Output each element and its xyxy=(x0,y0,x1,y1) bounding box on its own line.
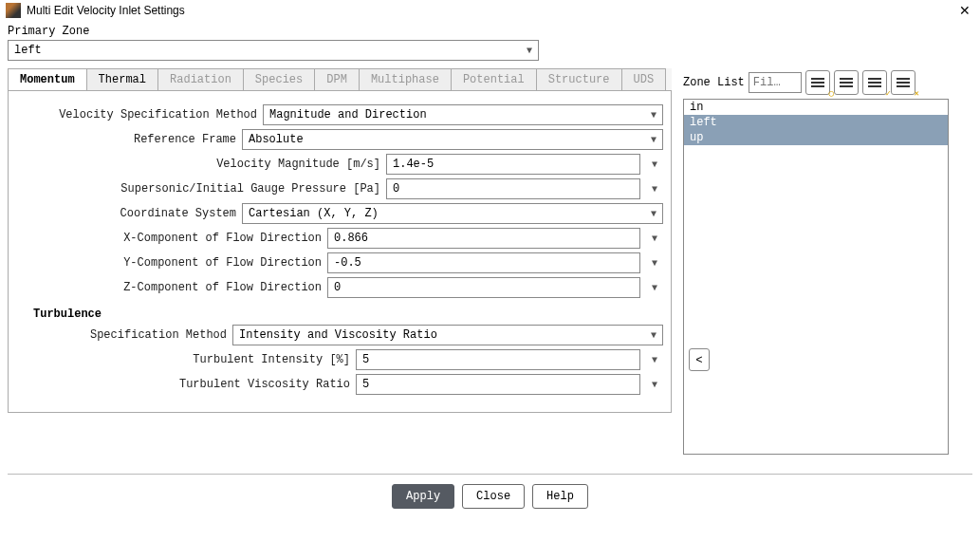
velocity-magnitude-label: Velocity Magnitude [m/s] xyxy=(16,158,386,171)
zone-item[interactable]: left xyxy=(684,115,948,130)
primary-zone-value: left xyxy=(14,44,42,57)
zone-list[interactable]: inleftup xyxy=(683,99,949,455)
tab-structure[interactable]: Structure xyxy=(536,68,622,90)
zone-filter-toggle-button[interactable] xyxy=(805,70,830,95)
reference-frame-label: Reference Frame xyxy=(16,133,242,146)
tabbar: MomentumThermalRadiationSpeciesDPMMultip… xyxy=(8,68,672,91)
velocity-spec-method-select[interactable]: Magnitude and Direction ▼ xyxy=(263,104,663,125)
left-pane: MomentumThermalRadiationSpeciesDPMMultip… xyxy=(8,68,672,455)
zone-list-label: Zone List xyxy=(683,76,745,89)
zone-filter-input[interactable] xyxy=(749,72,802,93)
turb-viscosity-label: Turbulent Viscosity Ratio xyxy=(16,378,356,391)
turb-viscosity-input[interactable] xyxy=(356,374,640,395)
apply-button[interactable]: Apply xyxy=(392,484,454,509)
list-icon xyxy=(811,78,824,87)
tab-radiation[interactable]: Radiation xyxy=(157,68,244,90)
velocity-magnitude-input[interactable] xyxy=(386,154,640,175)
y-component-options[interactable]: ▼ xyxy=(646,254,663,271)
list-icon xyxy=(897,78,910,87)
turb-intensity-input[interactable] xyxy=(356,349,640,370)
tab-thermal[interactable]: Thermal xyxy=(86,68,158,90)
chevron-down-icon: ▼ xyxy=(651,135,656,145)
app-icon xyxy=(6,3,21,18)
y-component-input[interactable] xyxy=(327,252,640,273)
coord-system-select[interactable]: Cartesian (X, Y, Z) ▼ xyxy=(242,203,663,224)
collapse-right-button[interactable]: < xyxy=(689,348,710,371)
velocity-spec-method-label: Velocity Specification Method xyxy=(16,108,263,121)
zone-select-matching-button[interactable] xyxy=(862,70,887,95)
list-icon xyxy=(840,78,853,87)
momentum-panel: Velocity Specification Method Magnitude … xyxy=(8,91,672,413)
zone-select-all-button[interactable] xyxy=(834,70,859,95)
zone-item[interactable]: in xyxy=(684,100,948,115)
chevron-down-icon: ▼ xyxy=(651,110,656,121)
x-component-label: X-Component of Flow Direction xyxy=(16,232,327,245)
z-component-label: Z-Component of Flow Direction xyxy=(16,281,327,294)
tab-potential[interactable]: Potential xyxy=(451,68,537,90)
turb-spec-method-select[interactable]: Intensity and Viscosity Ratio ▼ xyxy=(232,325,663,345)
turbulence-header: Turbulence xyxy=(33,308,663,321)
window-title: Multi Edit Velocity Inlet Settings xyxy=(27,4,955,17)
tab-momentum[interactable]: Momentum xyxy=(8,68,87,90)
turb-spec-method-label: Specification Method xyxy=(16,328,232,342)
coord-system-label: Coordinate System xyxy=(16,207,242,220)
supersonic-pressure-label: Supersonic/Initial Gauge Pressure [Pa] xyxy=(16,182,386,196)
help-button[interactable]: Help xyxy=(532,484,588,509)
z-component-options[interactable]: ▼ xyxy=(646,279,663,296)
velocity-magnitude-options[interactable]: ▼ xyxy=(646,156,663,173)
titlebar: Multi Edit Velocity Inlet Settings ✕ xyxy=(0,0,980,21)
reference-frame-select[interactable]: Absolute ▼ xyxy=(242,129,663,150)
turb-viscosity-options[interactable]: ▼ xyxy=(646,376,663,393)
tab-multiphase[interactable]: Multiphase xyxy=(359,68,452,90)
zone-deselect-button[interactable] xyxy=(891,70,915,95)
chevron-down-icon: ▼ xyxy=(527,46,532,56)
turb-intensity-options[interactable]: ▼ xyxy=(646,351,663,368)
x-component-options[interactable]: ▼ xyxy=(646,230,663,247)
supersonic-pressure-input[interactable] xyxy=(386,178,640,199)
chevron-down-icon: ▼ xyxy=(651,330,656,341)
supersonic-pressure-options[interactable]: ▼ xyxy=(646,180,663,197)
x-badge-icon: ✕ xyxy=(914,88,918,99)
tab-uds[interactable]: UDS xyxy=(621,68,667,90)
list-icon xyxy=(868,78,881,87)
x-component-input[interactable] xyxy=(327,228,640,249)
chevron-down-icon: ▼ xyxy=(651,209,656,219)
zone-item[interactable]: up xyxy=(684,130,948,145)
tab-dpm[interactable]: DPM xyxy=(314,68,360,90)
close-icon[interactable]: ✕ xyxy=(955,3,974,18)
z-component-input[interactable] xyxy=(327,277,640,298)
footer-separator xyxy=(8,474,972,475)
turb-intensity-label: Turbulent Intensity [%] xyxy=(16,353,356,366)
close-button[interactable]: Close xyxy=(462,484,525,509)
primary-zone-select[interactable]: left ▼ xyxy=(8,40,539,61)
y-component-label: Y-Component of Flow Direction xyxy=(16,256,327,270)
primary-zone-label: Primary Zone xyxy=(8,25,972,38)
tab-species[interactable]: Species xyxy=(243,68,315,90)
right-pane: Zone List ◯ ✓ xyxy=(683,68,949,455)
